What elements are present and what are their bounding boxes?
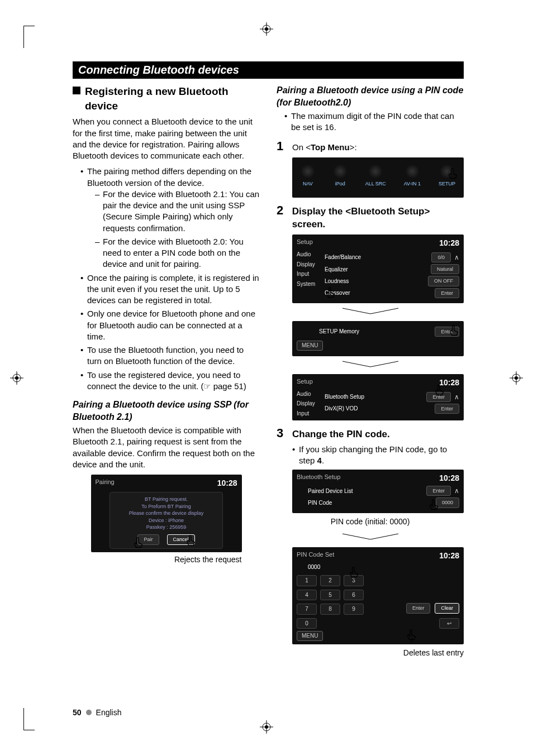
menu-button[interactable]: MENU: [297, 631, 323, 641]
keypad-key[interactable]: 5: [320, 590, 340, 601]
ss-title: Pairing: [96, 478, 115, 489]
pin-code-button[interactable]: 0000: [436, 497, 459, 508]
topmenu-setup[interactable]: SETUP: [439, 164, 455, 187]
setup-memory-enter[interactable]: Enter: [435, 327, 459, 337]
bluetooth-setup-enter[interactable]: Enter: [426, 392, 451, 402]
keypad-key[interactable]: 3: [344, 575, 364, 586]
registration-mark-icon: [10, 371, 23, 385]
bluetooth-setup-screenshot: Bluetooth Setup 10:28 Paired Device List…: [292, 470, 464, 513]
keypad-key[interactable]: 1: [297, 575, 317, 586]
list-item: If you skip changing the PIN code, go to…: [292, 444, 464, 467]
pairing-dialog: BT Pairing request. To Preform BT Pairin…: [110, 492, 223, 549]
subsection-heading: Registering a new Bluetooth device: [85, 84, 260, 113]
step-number: 1: [277, 138, 287, 155]
row-button[interactable]: Enter: [426, 486, 451, 496]
pin-initial-caption: PIN code (initial: 0000): [277, 516, 464, 527]
tab-audio[interactable]: Audio: [297, 251, 321, 259]
pin-enter-button[interactable]: Enter: [406, 603, 431, 613]
section-heading: Connecting Bluetooth devices: [73, 61, 464, 79]
list-item: For the device with Bluetooth 2.1: You c…: [95, 189, 260, 234]
topmenu-avin1[interactable]: AV-IN 1: [404, 164, 421, 187]
row-button[interactable]: Enter: [435, 404, 459, 414]
crop-mark-top-left: [23, 26, 35, 48]
right-column: Pairing a Bluetooth device using a PIN c…: [277, 84, 464, 664]
step-1-text: On <Top Menu>:: [292, 142, 357, 153]
intro-paragraph: When you connect a Bluetooth device to t…: [73, 116, 260, 161]
down-arrow-icon: [277, 360, 464, 371]
pin-heading: Pairing a Bluetooth device using a PIN c…: [277, 84, 464, 108]
list-item: To use the Bluetooth function, you need …: [80, 344, 260, 367]
pin-clear-button[interactable]: Clear: [435, 603, 459, 613]
page-footer: 50 English: [73, 708, 122, 717]
ss-time: 10:28: [439, 238, 459, 248]
ss-title: Setup: [297, 238, 313, 248]
touch-pointer-icon: 2: [404, 629, 419, 643]
list-item: To use the registered device, you need t…: [80, 370, 260, 393]
row-button[interactable]: ON OFF: [428, 276, 459, 286]
keypad-key[interactable]: 6: [344, 590, 364, 601]
topmenu-allsrc[interactable]: ALL SRC: [365, 164, 386, 187]
ssp-heading: Pairing a Bluetooth device using SSP (fo…: [73, 399, 260, 423]
setup-screenshot-2: Setup 10:28 Audio Display Input Bluetoot…: [292, 374, 464, 420]
keypad-key[interactable]: 9: [344, 604, 364, 615]
list-item: Once the pairing is complete, it is regi…: [80, 272, 260, 307]
square-bullet-icon: [73, 87, 80, 94]
ss-time: 10:28: [217, 478, 237, 489]
step-2-text: Display the <Bluetooth Setup> screen.: [292, 205, 464, 231]
step-number: 3: [277, 425, 287, 442]
pin-value: 0000: [308, 563, 459, 571]
left-column: Registering a new Bluetooth device When …: [73, 84, 260, 664]
list-item: The maximum digit of the PIN code that c…: [284, 111, 464, 133]
topmenu-ipod[interactable]: iPod: [333, 164, 348, 187]
down-arrow-icon: [277, 307, 464, 318]
tab-input[interactable]: Input: [297, 410, 321, 418]
keypad-key[interactable]: 4: [297, 590, 317, 601]
registration-mark-icon: [260, 22, 273, 36]
menu-button[interactable]: MENU: [297, 341, 323, 351]
page-number: 50: [73, 708, 82, 717]
step-number: 2: [277, 202, 287, 219]
list-item: Only one device for Bluetooth phone and …: [80, 308, 260, 342]
setup-memory-screenshot: SETUP Memory Enter MENU: [292, 321, 464, 356]
row-button[interactable]: Enter: [435, 288, 459, 298]
tab-display[interactable]: Display: [297, 400, 321, 408]
cancel-button[interactable]: Cancel: [167, 534, 195, 545]
registration-mark-icon: [260, 720, 273, 734]
ssp-paragraph: When the Bluetooth device is compatible …: [73, 425, 260, 470]
tab-system[interactable]: System: [297, 280, 321, 288]
list-item: The pairing method differs depending on …: [80, 166, 260, 270]
pin-code-set-screenshot: PIN Code Set 10:28 0000 1 2 3 4 5 6 7: [292, 547, 464, 644]
crop-mark-bottom-left: [23, 708, 35, 730]
keypad-key[interactable]: 8: [320, 604, 340, 615]
svg-text:2: 2: [411, 637, 413, 643]
top-menu-screenshot: NAV iPod ALL SRC AV-IN 1 SETUP: [292, 157, 464, 198]
row-button[interactable]: Natural: [431, 264, 459, 274]
tab-audio[interactable]: Audio: [297, 390, 321, 398]
pair-button[interactable]: Pair: [137, 534, 159, 545]
dot-icon: [86, 710, 92, 715]
tab-display[interactable]: Display: [297, 261, 321, 269]
down-arrow-icon: [277, 532, 464, 543]
reject-caption: Rejects the request: [91, 554, 242, 565]
language-label: English: [96, 708, 122, 717]
keypad-key[interactable]: 0: [297, 618, 317, 629]
back-icon[interactable]: ↩: [439, 618, 459, 629]
setup-screenshot-1: Setup 10:28 Audio Display Input System F…: [292, 235, 464, 303]
list-item: For the device with Bluetooth 2.0: You n…: [95, 236, 260, 270]
registration-mark-icon: [510, 371, 523, 385]
pairing-screenshot: Pairing 10:28 BT Pairing request. To Pre…: [91, 475, 242, 552]
row-button[interactable]: 0/0: [431, 252, 451, 262]
keypad-key[interactable]: 7: [297, 604, 317, 615]
keypad-key[interactable]: 2: [320, 575, 340, 586]
step-3-text: Change the PIN code.: [292, 428, 390, 441]
delete-caption: Deletes last entry: [277, 648, 464, 658]
topmenu-nav[interactable]: NAV: [301, 164, 315, 187]
tab-input[interactable]: Input: [297, 270, 321, 278]
